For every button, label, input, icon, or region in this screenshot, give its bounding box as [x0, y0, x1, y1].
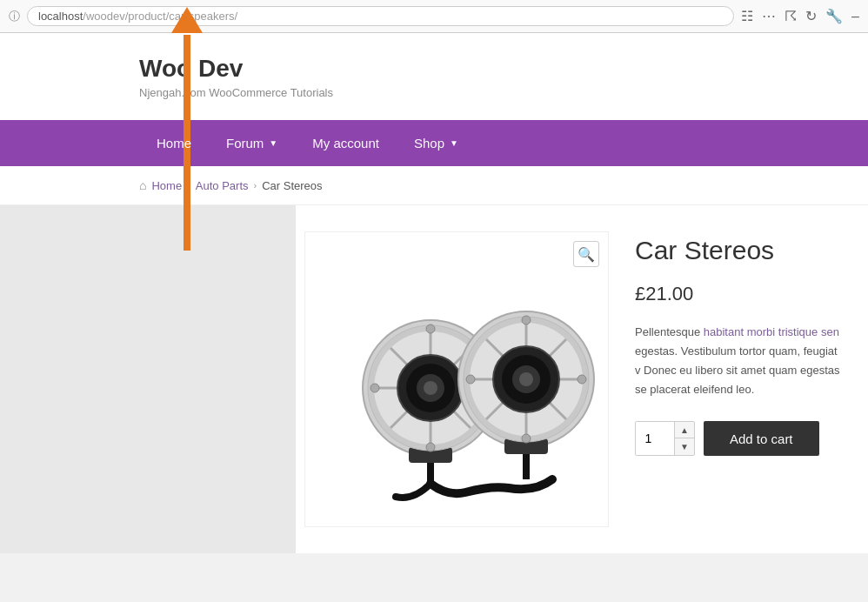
breadcrumb-separator-2: › [254, 180, 257, 191]
nav-link-myaccount[interactable]: My account [295, 120, 397, 166]
browser-toolbar: ☷ ⋯ ☈ ↻ 🔧 – [741, 8, 859, 24]
svg-point-29 [519, 372, 533, 386]
product-price: £21.00 [635, 283, 842, 305]
zoom-icon-symbol: 🔍 [578, 246, 595, 263]
product-description: Pellentesque habitant morbi tristique se… [635, 323, 842, 399]
nav-item-home: Home [139, 120, 209, 166]
quantity-buttons: ▲ ▼ [675, 422, 694, 455]
nav-list: Home Forum ▼ My account Shop ▼ [139, 120, 729, 166]
tools-icon[interactable]: 🔧 [825, 8, 843, 24]
nav-item-forum: Forum ▼ [209, 120, 295, 166]
nav-forum-label: Forum [226, 136, 264, 150]
url-path: /woodev/product/car-speakers/ [83, 10, 237, 23]
product-title: Car Stereos [635, 236, 842, 265]
minimize-icon[interactable]: – [851, 9, 859, 24]
desc-mid: egestas. Vestibulum tortor quam, feugiat… [635, 344, 840, 396]
svg-point-32 [466, 375, 475, 384]
svg-point-33 [578, 375, 586, 384]
product-details: Car Stereos £21.00 Pellentesque habitant… [635, 231, 842, 527]
nav-link-shop[interactable]: Shop ▼ [397, 120, 476, 166]
shield-icon[interactable]: ☈ [785, 8, 797, 24]
browser-chrome: ⓘ localhost /woodev/product/car-speakers… [0, 0, 868, 33]
nav-shop-label: Shop [414, 136, 444, 150]
chevron-down-icon: ▼ [269, 138, 277, 148]
product-image-container: 🔍 [304, 231, 609, 527]
page-wrapper: Woo Dev Njengah.com WooCommerce Tutorial… [0, 33, 868, 553]
svg-point-30 [522, 316, 531, 324]
svg-point-14 [426, 443, 435, 452]
nav-item-shop: Shop ▼ [397, 120, 476, 166]
zoom-icon[interactable]: 🔍 [573, 241, 599, 267]
desc-intro: Pellentesque [635, 325, 704, 338]
breadcrumb-bar: ⌂ Home › Auto Parts › Car Stereos [0, 166, 868, 205]
svg-point-13 [426, 324, 435, 333]
info-icon: ⓘ [9, 9, 20, 24]
add-to-cart-button[interactable]: Add to cart [704, 421, 819, 456]
nav-home-label: Home [157, 136, 191, 150]
refresh-icon[interactable]: ↻ [805, 8, 817, 24]
url-bar[interactable]: localhost /woodev/product/car-speakers/ [27, 6, 734, 26]
site-navigation: Home Forum ▼ My account Shop ▼ [0, 120, 868, 166]
breadcrumb-current: Car Stereos [262, 179, 322, 192]
svg-point-12 [424, 381, 437, 395]
desc-highlight: habitant morbi tristique sen [704, 325, 839, 338]
arrow-head [171, 7, 203, 33]
product-image [317, 249, 596, 510]
svg-point-31 [522, 434, 531, 443]
main-content: 🔍 [0, 205, 868, 553]
quantity-decrease-button[interactable]: ▼ [675, 438, 694, 455]
reader-icon[interactable]: ☷ [741, 8, 753, 24]
add-to-cart-row: ▲ ▼ Add to cart [635, 421, 842, 456]
svg-point-15 [371, 384, 379, 392]
chevron-down-icon-shop: ▼ [450, 138, 458, 148]
site-header: Woo Dev Njengah.com WooCommerce Tutorial… [0, 33, 868, 120]
quantity-increase-button[interactable]: ▲ [675, 422, 694, 438]
sidebar [0, 205, 296, 553]
product-area: 🔍 [296, 205, 868, 553]
more-icon[interactable]: ⋯ [762, 8, 776, 24]
quantity-input[interactable] [636, 422, 675, 455]
breadcrumb: ⌂ Home › Auto Parts › Car Stereos [139, 178, 729, 192]
nav-link-home[interactable]: Home [139, 120, 209, 166]
site-title: Woo Dev [139, 54, 333, 84]
nav-item-myaccount: My account [295, 120, 397, 166]
site-tagline: Njengah.com WooCommerce Tutorials [139, 86, 333, 99]
url-domain: localhost [38, 10, 83, 23]
quantity-wrapper: ▲ ▼ [635, 421, 695, 456]
site-branding: Woo Dev Njengah.com WooCommerce Tutorial… [139, 54, 333, 100]
home-icon: ⌂ [139, 178, 146, 192]
nav-myaccount-label: My account [312, 136, 379, 150]
nav-link-forum[interactable]: Forum ▼ [209, 120, 295, 166]
